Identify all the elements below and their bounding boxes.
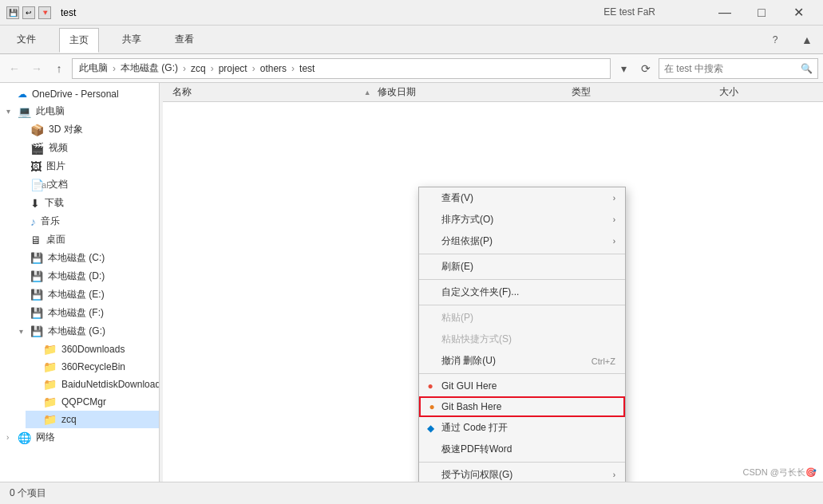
sidebar-item-label: 360RecycleBin bbox=[61, 361, 125, 372]
network-icon: 🌐 bbox=[18, 431, 31, 444]
search-box[interactable]: 🔍 bbox=[659, 58, 818, 79]
path-part-2[interactable]: zcq bbox=[191, 63, 206, 74]
minimize-button[interactable]: — bbox=[706, 0, 743, 26]
close-button[interactable]: ✕ bbox=[780, 0, 817, 26]
sidebar-item-label: BaiduNetdiskDownload bbox=[61, 379, 159, 390]
refresh-button[interactable]: ⟳ bbox=[636, 59, 655, 78]
ctx-view[interactable]: 查看(V) › bbox=[419, 187, 625, 209]
watermark: CSDN @弓长长🎯 bbox=[743, 467, 817, 478]
sort-arrow: ▲ bbox=[364, 89, 371, 96]
sidebar-item-qqpcmgr[interactable]: 📁 QQPCMgr bbox=[26, 393, 159, 411]
sidebar-item-drive-d[interactable]: 💾 本地磁盘 (D:) bbox=[13, 267, 159, 285]
sidebar-item-drive-g[interactable]: ▾ 💾 本地磁盘 (G:) bbox=[13, 322, 159, 341]
path-part-4[interactable]: others bbox=[260, 63, 287, 74]
address-dropdown-button[interactable]: ▾ bbox=[614, 59, 633, 78]
sidebar-item-baidunetdisk[interactable]: 📁 BaiduNetdiskDownload bbox=[26, 376, 159, 393]
path-part-5[interactable]: test bbox=[299, 63, 315, 74]
address-path[interactable]: 此电脑 › 本地磁盘 (G:) › zcq › project › others… bbox=[72, 58, 611, 79]
ctx-git-gui-label: Git GUI Here bbox=[441, 380, 497, 392]
sidebar-item-3dobjects[interactable]: 📦 3D 对象 bbox=[13, 120, 159, 139]
git-bash-icon: ● bbox=[425, 401, 438, 412]
sidebar-item-videos[interactable]: 🎬 视频 bbox=[13, 139, 159, 157]
status-text: 0 个项目 bbox=[10, 486, 46, 500]
tab-file[interactable]: 文件 bbox=[6, 27, 46, 52]
sidebar-item-drive-c[interactable]: 💾 本地磁盘 (C:) bbox=[13, 249, 159, 267]
ctx-paste-label: 粘贴(P) bbox=[441, 311, 473, 325]
ctx-sep-1 bbox=[419, 254, 625, 254]
ctx-pdf-word-label: 极速PDF转Word bbox=[441, 443, 512, 456]
thispc-children: 📦 3D 对象 🎬 视频 🖼 图片 📄 文档 bbox=[13, 120, 159, 428]
col-header-size[interactable]: 大小 bbox=[716, 85, 817, 99]
drive-c-icon: 💾 bbox=[30, 252, 43, 264]
ctx-sep-4 bbox=[419, 373, 625, 374]
ctx-sort-label: 排序方式(O) bbox=[441, 213, 493, 226]
col-header-type[interactable]: 类型 bbox=[568, 85, 716, 99]
maximize-button[interactable]: □ bbox=[743, 0, 780, 26]
search-submit-icon[interactable]: 🔍 bbox=[801, 63, 813, 74]
sidebar-item-360recyclebin[interactable]: 📁 360RecycleBin bbox=[26, 358, 159, 376]
ribbon-collapse-icon[interactable]: ▲ bbox=[797, 30, 817, 49]
path-part-3[interactable]: project bbox=[219, 63, 247, 74]
ctx-customize-folder-label: 自定义文件夹(F)... bbox=[441, 285, 519, 299]
drive-d-icon: 💾 bbox=[30, 270, 43, 282]
ctx-refresh[interactable]: 刷新(E) bbox=[419, 256, 625, 278]
ctx-undo-delete-shortcut: Ctrl+Z bbox=[592, 356, 615, 366]
sidebar-item-documents[interactable]: 📄 文档 aF bbox=[13, 175, 159, 194]
sidebar-item-zcq[interactable]: 📁 zcq bbox=[26, 411, 159, 428]
properties-icon[interactable]: 🔻 bbox=[38, 6, 51, 19]
ctx-sort[interactable]: 排序方式(O) › bbox=[419, 209, 625, 230]
sidebar-item-label: 360Downloads bbox=[61, 344, 125, 355]
folder-qqpc-icon: 📁 bbox=[43, 396, 57, 408]
sidebar-item-network[interactable]: › 🌐 网络 bbox=[0, 428, 159, 447]
sidebar-item-downloads[interactable]: ⬇ 下载 bbox=[13, 194, 159, 212]
sidebar-item-pictures[interactable]: 🖼 图片 bbox=[13, 157, 159, 175]
col-header-date[interactable]: 修改日期 bbox=[374, 85, 569, 99]
col-header-name[interactable]: 名称 bbox=[169, 85, 364, 99]
column-headers: 名称 ▲ 修改日期 类型 大小 bbox=[163, 83, 823, 102]
sidebar-item-label: 视频 bbox=[49, 141, 68, 155]
undo-icon[interactable]: ↩ bbox=[22, 6, 35, 19]
ribbon: 文件 主页 共享 查看 ? ▲ bbox=[0, 26, 823, 54]
sidebar-item-label: 本地磁盘 (F:) bbox=[48, 306, 104, 320]
path-part-1[interactable]: 本地磁盘 (G:) bbox=[121, 61, 178, 75]
path-part-0[interactable]: 此电脑 bbox=[79, 61, 108, 75]
search-input[interactable] bbox=[664, 63, 797, 74]
ctx-grant-access[interactable]: 授予访问权限(G) › bbox=[419, 464, 625, 482]
watermark-text: CSDN @弓长长🎯 bbox=[743, 467, 817, 477]
ctx-undo-delete[interactable]: 撤消 删除(U) Ctrl+Z bbox=[419, 350, 625, 372]
sidebar-item-music[interactable]: ♪ 音乐 bbox=[13, 212, 159, 230]
ctx-vscode-label: 通过 Code 打开 bbox=[441, 421, 508, 435]
ctx-pdf-word[interactable]: 极速PDF转Word bbox=[419, 439, 625, 460]
3d-icon: 📦 bbox=[30, 124, 44, 136]
video-icon: 🎬 bbox=[30, 142, 44, 155]
sidebar-item-desktop[interactable]: 🖥 桌面 bbox=[13, 230, 159, 249]
git-gui-icon: ● bbox=[424, 380, 437, 392]
ctx-git-gui[interactable]: ● Git GUI Here bbox=[419, 376, 625, 396]
ribbon-help-icon[interactable]: ? bbox=[766, 30, 785, 49]
ee-test-far-text: EE test FaR bbox=[603, 6, 655, 18]
sidebar-item-360downloads[interactable]: 📁 360Downloads bbox=[26, 341, 159, 358]
ctx-customize-folder[interactable]: 自定义文件夹(F)... bbox=[419, 282, 625, 303]
ctx-git-bash[interactable]: ● Git Bash Here bbox=[419, 396, 625, 417]
sidebar: ☁ OneDrive - Personal ▾ 💻 此电脑 📦 3D 对象 🎬 bbox=[0, 83, 160, 482]
back-button[interactable]: ← bbox=[5, 59, 24, 78]
forward-button[interactable]: → bbox=[27, 59, 46, 78]
tab-share[interactable]: 共享 bbox=[112, 27, 152, 52]
ctx-group[interactable]: 分组依据(P) › bbox=[419, 230, 625, 252]
drive-f-icon: 💾 bbox=[30, 307, 43, 319]
ctx-sep-5 bbox=[419, 462, 625, 463]
sidebar-item-onedrive[interactable]: ☁ OneDrive - Personal bbox=[0, 86, 159, 102]
ctx-group-arrow: › bbox=[613, 237, 615, 246]
sidebar-item-drive-e[interactable]: 💾 本地磁盘 (E:) bbox=[13, 285, 159, 304]
tab-view[interactable]: 查看 bbox=[164, 27, 204, 52]
af-annotation: aF bbox=[42, 180, 52, 190]
sidebar-item-label: OneDrive - Personal bbox=[32, 89, 119, 100]
sidebar-item-thispc[interactable]: ▾ 💻 此电脑 bbox=[0, 102, 159, 120]
sidebar-item-label: 本地磁盘 (C:) bbox=[48, 251, 105, 265]
sidebar-item-label: QQPCMgr bbox=[61, 396, 106, 408]
up-button[interactable]: ↑ bbox=[49, 59, 69, 78]
tab-home[interactable]: 主页 bbox=[59, 28, 99, 53]
ctx-vscode[interactable]: ◆ 通过 Code 打开 bbox=[419, 417, 625, 439]
sidebar-item-drive-f[interactable]: 💾 本地磁盘 (F:) bbox=[13, 304, 159, 322]
save-icon[interactable]: 💾 bbox=[6, 6, 19, 19]
